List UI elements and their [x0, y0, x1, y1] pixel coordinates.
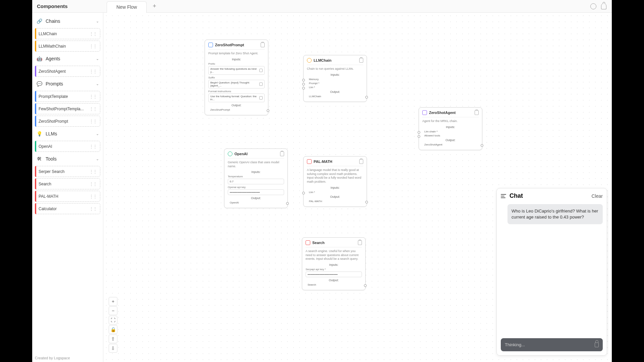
input-port[interactable]: Memory — [307, 78, 363, 81]
bell-icon[interactable] — [601, 3, 606, 9]
chat-input[interactable]: Thinking... — [501, 338, 603, 351]
input-port[interactable]: Llm * — [307, 86, 363, 89]
field-input[interactable]: Answer the following questions as best y… — [208, 66, 265, 75]
expand-icon[interactable] — [259, 96, 263, 100]
input-port[interactable]: Allowed tools — [422, 134, 479, 137]
lock-button[interactable]: 🔒 — [109, 325, 117, 334]
output-port[interactable]: ZeroShotPrompt — [208, 108, 265, 111]
category-tools[interactable]: 🛠Tools⌄ — [35, 153, 100, 165]
inputs-label: Inputs: — [306, 263, 362, 266]
grip-icon: ⋮⋮ — [89, 69, 97, 74]
agent-icon — [422, 110, 427, 115]
node-palmath[interactable]: PAL-MATH A language model that is really… — [303, 156, 367, 207]
node-desc: Prompt template for Zero Shot Agent. — [208, 52, 265, 56]
canvas[interactable]: ZeroShotPrompt Prompt template for Zero … — [103, 13, 612, 362]
sidebar-item-llmchain[interactable]: LLMChain⋮⋮ — [35, 28, 100, 39]
field-input[interactable]: 0.7 — [228, 179, 284, 184]
input-port[interactable]: Llm * — [307, 191, 363, 194]
category-llms[interactable]: 💡LLMs⌄ — [35, 128, 100, 139]
zoom-out-button[interactable]: − — [109, 306, 117, 315]
llms-icon: 💡 — [36, 131, 42, 137]
output-label: Output: — [228, 196, 284, 200]
sidebar-item-zeroshotprompt[interactable]: ZeroShotPrompt⋮⋮ — [35, 116, 100, 127]
output-port[interactable]: OpenAI — [228, 201, 284, 204]
chevron-down-icon: ⌄ — [96, 57, 99, 61]
field-input[interactable]: •••••••••••••••••••••••••••••••• — [228, 189, 284, 195]
node-zeroshotprompt[interactable]: ZeroShotPrompt Prompt template for Zero … — [205, 40, 268, 115]
field-input[interactable]: Use the following format: Question: the … — [208, 94, 265, 102]
canvas-controls: + − ⛶ 🔒 ⇧ ⇩ — [109, 297, 117, 353]
grip-icon: ⋮⋮ — [89, 194, 97, 199]
category-chains[interactable]: 🔗Chains⌄ — [35, 15, 100, 27]
expand-icon[interactable] — [259, 69, 263, 72]
category-agents[interactable]: 🤖Agents⌄ — [35, 53, 100, 64]
item-label: Calculator — [39, 206, 57, 211]
node-desc: Agent for the MRKL chain. — [422, 119, 479, 123]
item-label: ZeroShotAgent — [39, 69, 66, 74]
inputs-label: Inputs: — [208, 58, 265, 61]
sidebar-item-prompttemplate[interactable]: PromptTemplate⋮⋮ — [35, 91, 100, 102]
category-label: Agents — [46, 56, 60, 61]
output-port[interactable]: PAL-MATH — [307, 200, 363, 203]
download-button[interactable]: ⇩ — [109, 344, 117, 353]
sidebar-item-search[interactable]: Search⋮⋮ — [35, 178, 100, 189]
delete-icon[interactable] — [261, 43, 265, 47]
field-input[interactable]: •••••••••••••••••••••••••••••••• — [306, 272, 362, 277]
sidebar-item-llmmathchain[interactable]: LLMMathChain⋮⋮ — [35, 41, 100, 52]
theme-icon[interactable] — [590, 3, 596, 9]
sidebar-item-fewshotprompttempla[interactable]: FewShotPromptTempla...⋮⋮ — [35, 103, 100, 114]
delete-icon[interactable] — [475, 110, 479, 115]
category-prompts[interactable]: 💬Prompts⌄ — [35, 78, 100, 89]
delete-icon[interactable] — [358, 240, 362, 245]
node-title: LLMChain — [314, 58, 331, 62]
delete-icon[interactable] — [359, 58, 363, 63]
lock-icon — [595, 343, 599, 347]
sidebar-item-palmath[interactable]: PAL-MATH⋮⋮ — [35, 191, 100, 202]
field-label: Suffix — [208, 76, 265, 79]
sidebar-item-calculator[interactable]: Calculator⋮⋮ — [35, 203, 100, 214]
tool-icon — [306, 240, 310, 245]
sidebar-item-zeroshotagent[interactable]: ZeroShotAgent⋮⋮ — [35, 66, 100, 77]
sidebar-item-openai[interactable]: OpenAI⋮⋮ — [35, 141, 100, 152]
node-openai[interactable]: OpenAI Generic OpenAI class that uses mo… — [224, 148, 288, 208]
tab-new-flow[interactable]: New Flow — [107, 1, 147, 13]
output-label: Output: — [307, 90, 363, 94]
field-label: Format instructions — [208, 90, 265, 93]
menu-icon[interactable] — [501, 194, 506, 198]
item-label: Search — [39, 182, 51, 186]
grip-icon: ⋮⋮ — [89, 106, 97, 111]
header: Components New Flow + — [32, 0, 612, 13]
node-zeroshotagent[interactable]: ZeroShotAgent Agent for the MRKL chain. … — [419, 107, 482, 150]
upload-button[interactable]: ⇧ — [109, 335, 117, 343]
item-label: ZeroShotPrompt — [39, 119, 68, 124]
clear-button[interactable]: Clear — [592, 193, 603, 199]
chevron-down-icon: ⌄ — [96, 19, 99, 23]
input-port[interactable]: Llm chain * — [422, 130, 479, 133]
output-port[interactable]: Search — [306, 283, 362, 286]
zoom-in-button[interactable]: + — [109, 297, 117, 306]
delete-icon[interactable] — [359, 159, 363, 164]
delete-icon[interactable] — [280, 152, 284, 156]
add-tab-button[interactable]: + — [149, 1, 160, 12]
grip-icon: ⋮⋮ — [89, 94, 97, 99]
field-label: Serpapi api key * — [306, 268, 362, 271]
fit-view-button[interactable]: ⛶ — [109, 316, 117, 324]
grip-icon: ⋮⋮ — [89, 31, 97, 36]
output-port[interactable]: ZeroShotAgent — [422, 143, 479, 146]
node-search[interactable]: Search A search engine. Useful for when … — [302, 237, 366, 290]
components-title: Components — [32, 3, 103, 9]
prompts-icon: 💬 — [36, 81, 42, 87]
tools-icon: 🛠 — [36, 156, 42, 162]
tool-icon — [307, 159, 312, 164]
node-desc: A language model that is really good at … — [307, 168, 363, 184]
item-label: Serper Search — [39, 169, 64, 174]
node-llmchain[interactable]: LLMChain Chain to run queries against LL… — [303, 55, 367, 102]
sidebar-item-serpersearch[interactable]: Serper Search⋮⋮ — [35, 166, 100, 177]
tabs: New Flow + — [103, 0, 160, 12]
field-input[interactable]: Begin! Question: {input} Thought:{agent_… — [208, 80, 265, 88]
expand-icon[interactable] — [259, 82, 263, 86]
grip-icon: ⋮⋮ — [89, 144, 97, 149]
output-port[interactable]: LLMChain — [307, 95, 363, 98]
input-port[interactable]: Prompt * — [307, 82, 363, 85]
node-title: OpenAI — [234, 152, 248, 156]
